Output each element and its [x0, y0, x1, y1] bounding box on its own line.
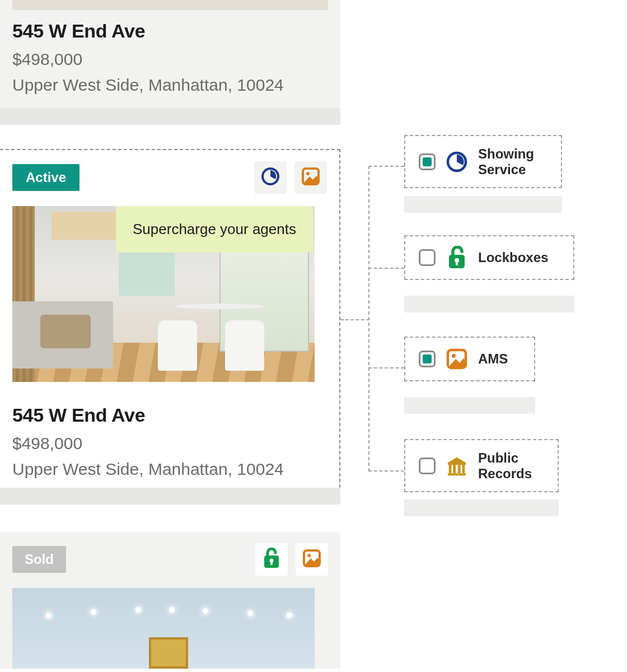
property-location: Upper West Side, Manhattan, 10024 — [12, 76, 328, 95]
svg-rect-11 — [456, 262, 458, 265]
integration-chip-lockboxes[interactable]: Lockboxes — [404, 235, 574, 280]
image-icon — [446, 348, 468, 370]
integration-label: Public Records — [478, 450, 544, 481]
property-price: $498,000 — [12, 434, 327, 453]
svg-point-7 — [307, 554, 311, 557]
svg-rect-18 — [448, 473, 466, 475]
svg-rect-16 — [458, 465, 461, 473]
connector-line — [368, 166, 369, 472]
svg-point-2 — [306, 172, 310, 175]
connector-line — [368, 166, 404, 167]
image-icon — [302, 548, 322, 571]
callout-tooltip: Supercharge your agents — [116, 206, 313, 253]
svg-rect-17 — [462, 465, 465, 473]
status-badge-sold: Sold — [12, 546, 66, 573]
integration-label: Showing Service — [478, 146, 548, 177]
svg-rect-15 — [453, 465, 456, 473]
clock-circle-icon — [260, 166, 280, 189]
connector-line — [340, 319, 369, 320]
svg-rect-14 — [449, 465, 452, 473]
unlock-icon — [446, 246, 468, 269]
property-card-highlighted[interactable]: Active — [0, 149, 340, 493]
photos-icon-button[interactable] — [296, 543, 328, 576]
property-photo: Supercharge your agents — [12, 206, 315, 382]
connector-line — [368, 367, 404, 368]
integration-chip-ams[interactable]: AMS — [404, 337, 535, 381]
integration-chip-public-records[interactable]: Public Records — [404, 439, 559, 492]
card-footer — [0, 108, 340, 125]
checkbox-checked[interactable] — [419, 351, 436, 367]
property-address: 545 W End Ave — [12, 10, 328, 42]
property-price: $498,000 — [12, 50, 328, 69]
integration-label: AMS — [478, 351, 508, 367]
chip-footer — [404, 397, 535, 414]
property-location: Upper West Side, Manhattan, 10024 — [12, 460, 327, 479]
property-address: 545 W End Ave — [12, 394, 327, 426]
chip-footer — [404, 500, 559, 516]
integration-chip-showing-service[interactable]: Showing Service — [404, 135, 562, 188]
card-footer — [0, 488, 340, 505]
image-icon — [301, 166, 321, 189]
checkbox-checked[interactable] — [419, 153, 436, 170]
chip-footer — [404, 296, 574, 312]
chip-footer — [404, 196, 562, 213]
svg-rect-5 — [270, 562, 273, 565]
unlock-icon — [262, 548, 281, 571]
checkbox-unchecked[interactable] — [419, 458, 436, 474]
status-badge-active: Active — [12, 164, 79, 191]
property-card[interactable]: 545 W End Ave $498,000 Upper West Side, … — [0, 0, 340, 125]
property-card[interactable]: Sold — [0, 532, 340, 669]
checkbox-unchecked[interactable] — [419, 249, 436, 266]
integration-label: Lockboxes — [478, 250, 548, 265]
bank-icon — [446, 455, 468, 477]
photos-icon-button[interactable] — [294, 161, 327, 194]
connector-line — [368, 470, 404, 472]
svg-point-13 — [452, 354, 456, 358]
lockbox-icon-button[interactable] — [255, 543, 288, 576]
showing-service-icon-button[interactable] — [254, 161, 287, 194]
clock-circle-icon — [446, 151, 468, 173]
property-photo — [12, 588, 315, 669]
connector-line — [368, 268, 404, 269]
